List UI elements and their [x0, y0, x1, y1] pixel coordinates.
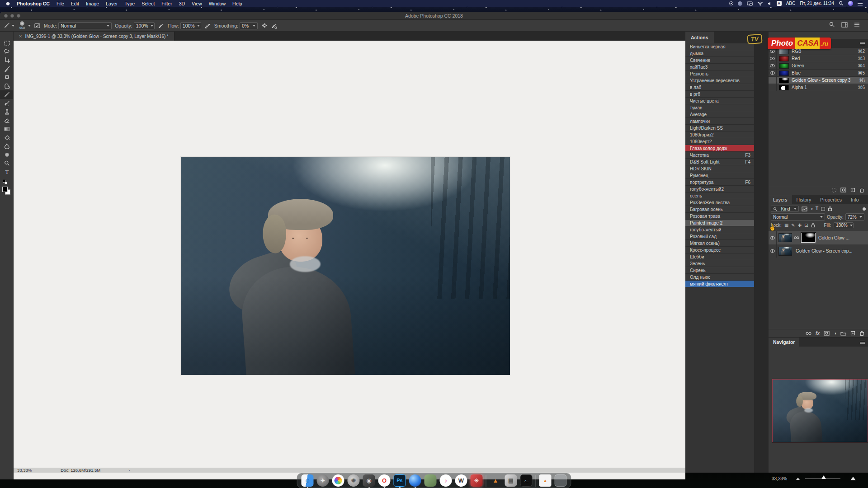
flow-select[interactable]: 100% — [180, 22, 201, 29]
dock-item[interactable]: >_ — [520, 474, 533, 487]
channel-row[interactable]: Golden Glow - Screen copy 3... ⌘\ — [769, 77, 868, 84]
apple-menu-icon[interactable] — [5, 1, 10, 6]
visibility-toggle[interactable] — [769, 77, 777, 84]
visibility-toggle[interactable] — [769, 55, 777, 62]
tab-navigator[interactable]: Navigator — [769, 338, 799, 347]
display-mirroring-icon[interactable] — [747, 1, 753, 6]
save-selection-icon[interactable] — [840, 188, 846, 192]
dock-item[interactable]: ▲ — [539, 474, 552, 487]
dock-item[interactable]: ✺ — [348, 474, 360, 487]
filter-shape-layers-icon[interactable] — [821, 207, 825, 211]
toggle-brush-panel-button[interactable] — [34, 23, 41, 29]
action-item[interactable]: Резкость — [685, 70, 754, 77]
add-layer-mask-icon[interactable] — [824, 331, 830, 336]
action-item[interactable]: Олд ньюс — [685, 274, 754, 281]
new-group-icon[interactable] — [840, 331, 846, 336]
brush-size-picker[interactable]: 900 — [18, 21, 31, 30]
menu-item[interactable]: Layer — [106, 1, 118, 6]
spot-healing-brush-tool[interactable] — [0, 73, 14, 82]
action-item[interactable]: Розовая трава — [685, 213, 754, 220]
layer-thumbnail[interactable] — [778, 247, 792, 256]
opacity-select[interactable]: 100% — [134, 22, 155, 29]
dock-item[interactable] — [409, 474, 421, 487]
action-item[interactable]: HDR SKIN — [685, 165, 754, 172]
lock-position-icon[interactable]: ✚ — [798, 223, 802, 228]
delete-channel-icon[interactable] — [859, 188, 864, 193]
layer-opacity-select[interactable]: 72% — [845, 213, 864, 221]
dock-item[interactable] — [425, 474, 437, 487]
navigator-zoom-slider[interactable] — [805, 479, 840, 479]
status-menu-arrow[interactable]: › — [128, 468, 130, 473]
history-brush-tool[interactable] — [0, 99, 14, 108]
lock-all-icon[interactable] — [811, 223, 815, 228]
action-item[interactable]: лампочки — [685, 118, 754, 125]
type-tool[interactable]: T — [0, 168, 14, 176]
smudge-tool[interactable] — [0, 142, 14, 150]
document-tab[interactable]: × IMG_9396-1 @ 33,3% (Golden Glow - Scre… — [14, 32, 175, 41]
pressure-opacity-button[interactable] — [158, 23, 165, 29]
action-item[interactable]: в лаб — [685, 84, 754, 91]
layer-fill-select[interactable]: 100% — [834, 222, 854, 228]
filter-adjustment-layers-icon[interactable]: ◑ — [810, 206, 813, 211]
menu-item[interactable]: View — [192, 1, 202, 6]
filter-toggle-icon[interactable] — [863, 207, 866, 211]
zoom-out-icon[interactable] — [796, 478, 800, 480]
screen-record-icon[interactable] — [729, 1, 733, 5]
load-selection-icon[interactable] — [832, 188, 836, 192]
dock-item[interactable]: ✈ — [317, 474, 329, 487]
smoothing-gear-button[interactable] — [261, 22, 268, 29]
lock-transparency-icon[interactable]: ▦ — [784, 223, 788, 228]
navigator-zoom-field[interactable]: 33,33% — [772, 476, 793, 481]
action-item[interactable]: РозЗелЖел листва — [685, 199, 754, 206]
action-item[interactable]: Чистые цвета — [685, 98, 754, 104]
visibility-toggle[interactable] — [769, 84, 777, 91]
menu-item[interactable]: Help — [232, 1, 242, 6]
dock-item[interactable]: W — [455, 474, 467, 487]
dodge-tool[interactable] — [0, 150, 14, 159]
dock-item[interactable]: Ps — [394, 474, 406, 487]
navigator-preview[interactable] — [772, 379, 868, 442]
channel-thumbnail[interactable] — [779, 49, 789, 54]
action-item[interactable]: Сирень — [685, 267, 754, 274]
spotlight-search-icon[interactable] — [839, 1, 844, 6]
zoom-in-icon[interactable] — [850, 477, 856, 480]
action-item[interactable]: Зелень — [685, 260, 754, 267]
globe-status-icon[interactable] — [738, 1, 742, 6]
foreground-color-swatch[interactable] — [2, 187, 8, 192]
airbrush-button[interactable] — [204, 23, 211, 29]
visibility-toggle[interactable] — [769, 62, 777, 69]
filter-type-layers-icon[interactable]: T — [816, 206, 818, 211]
layer-row-golden-glow-mask[interactable]: Golden Glow ... — [769, 231, 868, 244]
siri-icon[interactable] — [848, 1, 853, 6]
dock-item[interactable]: ✳ — [471, 474, 483, 487]
input-source-label[interactable]: ABC — [786, 1, 796, 6]
status-zoom-field[interactable]: 33,33% — [17, 468, 47, 473]
layer-blend-mode-select[interactable]: Normal — [771, 213, 825, 221]
layer-mask-link-icon[interactable] — [794, 236, 799, 239]
zoom-tool[interactable] — [0, 159, 14, 168]
action-item[interactable]: Устранение пересветов — [685, 77, 754, 84]
layer-row-golden-glow-screen[interactable]: Golden Glow - Screen cop... — [769, 244, 868, 258]
gradient-tool[interactable] — [0, 125, 14, 133]
action-item[interactable]: голубо-желтый — [685, 226, 754, 233]
blend-mode-select[interactable]: Normal — [58, 22, 112, 29]
menu-item[interactable]: Type — [124, 1, 135, 6]
action-item[interactable]: осень — [685, 192, 754, 199]
dock-item[interactable]: ▲ — [490, 474, 502, 487]
channel-thumbnail[interactable] — [779, 63, 789, 69]
action-item[interactable]: Кросс-процесс — [685, 247, 754, 253]
action-item[interactable]: портретура F6 — [685, 179, 754, 186]
visibility-toggle[interactable] — [769, 70, 777, 76]
menu-item[interactable]: 3D — [179, 1, 185, 6]
action-item[interactable]: Painted image 2 — [685, 220, 754, 226]
slider-thumb[interactable] — [821, 475, 826, 479]
pressure-size-button[interactable] — [271, 23, 278, 29]
layer-visibility-toggle[interactable] — [769, 231, 777, 244]
menu-item[interactable]: Filter — [161, 1, 172, 6]
filter-pixel-layers-icon[interactable] — [802, 206, 807, 211]
menubar-clock[interactable]: Пт, 21 дек. 11:34 — [800, 1, 834, 6]
document-image[interactable] — [181, 157, 510, 375]
notification-center-icon[interactable] — [858, 2, 863, 5]
search-icon[interactable] — [829, 22, 835, 28]
action-item[interactable]: дымка — [685, 50, 754, 57]
